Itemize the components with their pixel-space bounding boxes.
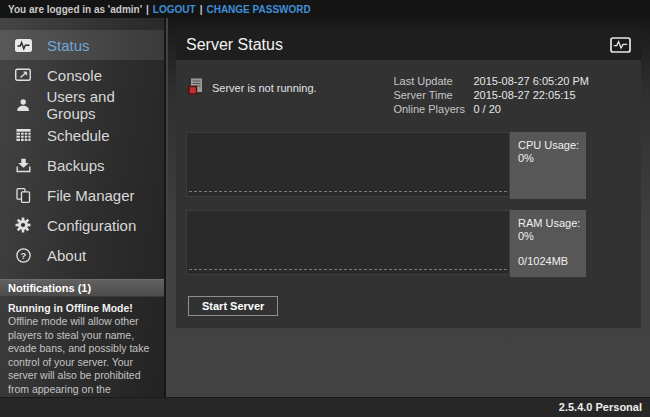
- sidebar-item-label: Schedule: [47, 127, 110, 144]
- sidebar-menu: Status Console Users and Groups Schedule: [0, 18, 164, 270]
- graph-baseline: [189, 191, 507, 192]
- change-password-link[interactable]: CHANGE PASSWORD: [206, 4, 310, 15]
- status-message: Server is not running.: [212, 82, 317, 94]
- sidebar-item-file-manager[interactable]: File Manager: [0, 180, 164, 210]
- ram-usage-box: RAM Usage: 0% 0/1024MB: [510, 210, 586, 277]
- question-icon: ?: [14, 248, 32, 263]
- server-info-table: Last Update 2015-08-27 6:05:20 PM Server…: [393, 74, 589, 116]
- sidebar-item-backups[interactable]: Backups: [0, 150, 164, 180]
- notifications-header: Notifications (1): [0, 279, 164, 297]
- ram-usage-row: RAM Usage: 0% 0/1024MB: [186, 210, 586, 277]
- sidebar-item-label: Users and Groups: [46, 88, 164, 122]
- sidebar-item-users-and-groups[interactable]: Users and Groups: [0, 90, 164, 120]
- info-label: Last Update: [393, 74, 473, 88]
- version-label: 2.5.4.0 Personal: [559, 401, 642, 413]
- page-title: Server Status: [186, 36, 283, 54]
- notifications-panel: Notifications (1) Running in Offline Mod…: [0, 279, 164, 397]
- status-row: Server is not running. Last Update 2015-…: [186, 74, 631, 116]
- notification-item: Running in Offline Mode! Offline mode wi…: [0, 297, 164, 397]
- server-status-panel: Server Status Server is not running.: [176, 30, 641, 328]
- panel-body: Server is not running. Last Update 2015-…: [176, 60, 641, 328]
- cpu-usage-box: CPU Usage: 0%: [510, 132, 586, 199]
- info-row-last-update: Last Update 2015-08-27 6:05:20 PM: [393, 74, 589, 88]
- ram-usage-detail: 0/1024MB: [518, 255, 582, 268]
- schedule-icon: [14, 128, 32, 142]
- separator: |: [200, 4, 203, 15]
- mcmyadmin-app: You are logged in as 'admin' | LOGOUT | …: [0, 0, 650, 417]
- svg-text:?: ?: [20, 249, 26, 260]
- info-row-online-players: Online Players 0 / 20: [393, 102, 589, 116]
- topbar: You are logged in as 'admin' | LOGOUT | …: [0, 0, 650, 18]
- cpu-usage-value: 0%: [518, 152, 582, 165]
- console-icon: [14, 68, 32, 82]
- sidebar-item-schedule[interactable]: Schedule: [0, 120, 164, 150]
- server-status: Server is not running.: [186, 74, 317, 97]
- sidebar-item-label: Console: [47, 67, 102, 84]
- sidebar-item-label: About: [47, 247, 86, 264]
- sidebar-item-about[interactable]: ? About: [0, 240, 164, 270]
- sidebar-item-label: Configuration: [47, 217, 136, 234]
- footer: 2.5.4.0 Personal: [0, 397, 650, 417]
- cpu-usage-row: CPU Usage: 0%: [186, 132, 586, 199]
- panel-header: Server Status: [176, 30, 641, 60]
- sidebar-item-console[interactable]: Console: [0, 60, 164, 90]
- sidebar-item-configuration[interactable]: Configuration: [0, 210, 164, 240]
- backups-icon: [14, 158, 32, 173]
- file-manager-icon: [14, 188, 32, 203]
- users-icon: [14, 98, 31, 112]
- cpu-usage-label: CPU Usage:: [518, 139, 582, 152]
- info-value: 2015-08-27 22:05:15: [473, 88, 575, 102]
- ram-usage-value: 0%: [518, 230, 582, 243]
- notification-title: Running in Offline Mode!: [8, 302, 156, 315]
- separator: |: [146, 4, 149, 15]
- sidebar-item-status[interactable]: Status: [0, 30, 164, 60]
- cpu-usage-graph: [186, 132, 510, 197]
- info-value: 0 / 20: [473, 102, 501, 116]
- sidebar-item-label: Backups: [47, 157, 105, 174]
- ram-usage-graph: [186, 210, 510, 275]
- main-area: Server Status Server is not running.: [168, 18, 650, 397]
- start-server-button[interactable]: Start Server: [188, 296, 278, 316]
- activity-icon: [610, 37, 631, 53]
- info-value: 2015-08-27 6:05:20 PM: [473, 74, 589, 88]
- graph-baseline: [189, 269, 507, 270]
- ram-usage-label: RAM Usage:: [518, 217, 582, 230]
- sidebar-item-label: Status: [47, 37, 90, 54]
- info-row-server-time: Server Time 2015-08-27 22:05:15: [393, 88, 589, 102]
- sidebar: Status Console Users and Groups Schedule: [0, 18, 166, 397]
- status-icon: [14, 39, 32, 52]
- logged-in-text: You are logged in as 'admin': [8, 4, 142, 15]
- logout-link[interactable]: LOGOUT: [153, 4, 196, 15]
- sidebar-item-label: File Manager: [47, 187, 135, 204]
- info-label: Online Players: [393, 102, 473, 116]
- gear-icon: [14, 217, 32, 233]
- server-stopped-icon: [188, 78, 203, 97]
- notification-text: Offline mode will allow other players to…: [8, 315, 156, 397]
- info-label: Server Time: [393, 88, 473, 102]
